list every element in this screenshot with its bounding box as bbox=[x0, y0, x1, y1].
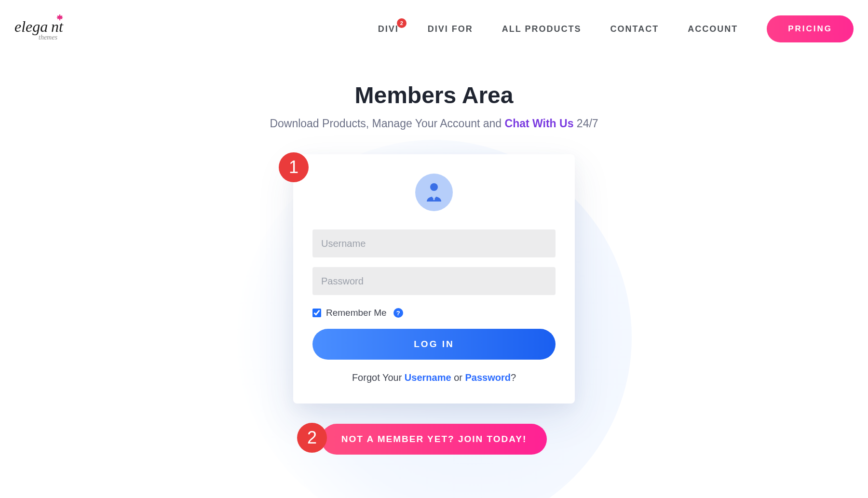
chat-with-us-link[interactable]: Chat With Us bbox=[505, 117, 574, 130]
remember-me-help-icon[interactable]: ? bbox=[393, 308, 403, 318]
password-input[interactable] bbox=[312, 267, 556, 295]
login-card-wrapper: 1 Remember Me ? LOG IN Forgot Your Usern… bbox=[293, 154, 575, 404]
remember-me-checkbox[interactable] bbox=[312, 309, 321, 317]
remember-me-label: Remember Me bbox=[326, 308, 387, 318]
forgot-or: or bbox=[451, 372, 465, 383]
nav-item-all-products[interactable]: ALL PRODUCTS bbox=[502, 24, 582, 34]
forgot-username-link[interactable]: Username bbox=[405, 372, 451, 383]
nav-item-contact[interactable]: CONTACT bbox=[610, 24, 659, 34]
subtitle-suffix: 24/7 bbox=[573, 117, 598, 130]
elegant-themes-logo-icon: elega nt themes bbox=[14, 14, 82, 43]
login-button[interactable]: LOG IN bbox=[312, 329, 556, 360]
remember-me-row: Remember Me ? bbox=[312, 308, 556, 318]
svg-point-4 bbox=[430, 183, 438, 191]
nav-item-divi-for[interactable]: DIVI FOR bbox=[428, 24, 473, 34]
pricing-button[interactable]: PRICING bbox=[767, 15, 854, 42]
header: elega nt themes DIVI 2 DIVI FOR ALL PROD… bbox=[0, 0, 868, 43]
svg-rect-6 bbox=[434, 197, 435, 200]
login-card: Remember Me ? LOG IN Forgot Your Usernam… bbox=[293, 154, 575, 404]
page-subtitle: Download Products, Manage Your Account a… bbox=[270, 117, 598, 130]
user-lock-icon bbox=[423, 181, 445, 203]
join-section: 2 NOT A MEMBER YET? JOIN TODAY! bbox=[293, 424, 575, 455]
step-1-badge: 1 bbox=[279, 152, 309, 182]
step-2-badge: 2 bbox=[297, 423, 327, 453]
brand-logo[interactable]: elega nt themes bbox=[14, 14, 82, 43]
forgot-prefix: Forgot Your bbox=[352, 372, 405, 383]
login-avatar-icon bbox=[415, 174, 453, 211]
main-content: Members Area Download Products, Manage Y… bbox=[0, 82, 868, 455]
main-nav: DIVI 2 DIVI FOR ALL PRODUCTS CONTACT ACC… bbox=[378, 15, 854, 42]
svg-text:nt: nt bbox=[51, 18, 64, 35]
nav-label: DIVI bbox=[378, 24, 399, 34]
page-title: Members Area bbox=[354, 82, 513, 108]
join-today-button[interactable]: NOT A MEMBER YET? JOIN TODAY! bbox=[321, 424, 547, 455]
nav-item-divi[interactable]: DIVI 2 bbox=[378, 24, 399, 34]
forgot-password-link[interactable]: Password bbox=[465, 372, 510, 383]
svg-text:elega: elega bbox=[14, 18, 48, 35]
nav-item-account[interactable]: ACCOUNT bbox=[688, 24, 738, 34]
forgot-suffix: ? bbox=[511, 372, 516, 383]
subtitle-prefix: Download Products, Manage Your Account a… bbox=[270, 117, 504, 130]
divi-notification-badge: 2 bbox=[397, 18, 407, 28]
username-input[interactable] bbox=[312, 229, 556, 257]
svg-text:themes: themes bbox=[39, 34, 57, 41]
forgot-credentials-row: Forgot Your Username or Password? bbox=[352, 372, 516, 383]
